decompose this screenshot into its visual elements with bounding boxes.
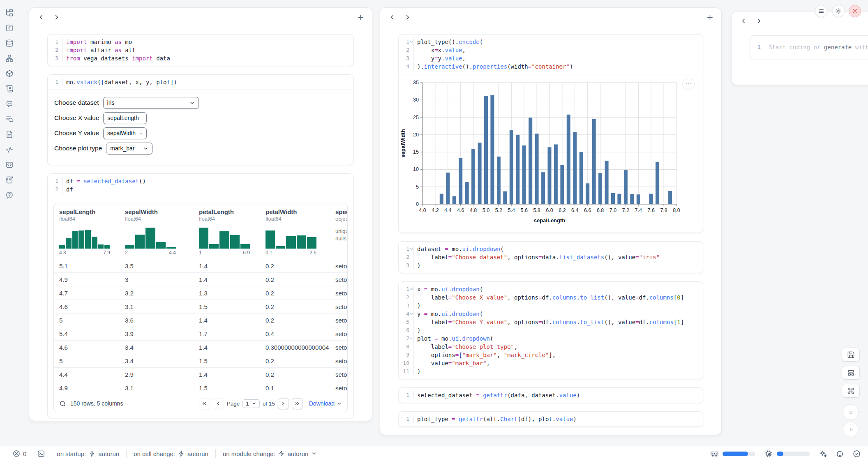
rail-code-block-icon[interactable] [5,161,14,169]
fold-arrow-icon[interactable] [409,38,413,46]
search-icon[interactable] [59,400,66,407]
code-line[interactable]: 1plot_type = getattr(alt.Chart(df), plot… [399,415,703,423]
terminal-button[interactable] [37,449,45,458]
table-row[interactable]: 53.41.50.2setosa [54,354,347,368]
code-editor[interactable]: 1plot_type().encode(2 x=x.value,3 y=y.va… [399,35,703,74]
code-line[interactable]: 3) [399,302,703,310]
code-line[interactable]: 2df [48,185,353,194]
download-button[interactable]: Download [309,400,342,407]
rail-dependency-graph-icon[interactable] [5,54,14,62]
fold-arrow-icon[interactable] [409,310,413,318]
next-column-icon[interactable] [53,14,60,21]
stop-kernel-button[interactable] [843,404,859,420]
page-select[interactable]: 1 [242,399,260,408]
ai-sparkles-icon[interactable] [819,449,827,458]
bot-icon[interactable] [836,449,844,458]
code-line[interactable]: 4).interactive().properties(width="conta… [399,62,703,71]
rail-document-icon[interactable] [5,130,14,138]
shutdown-button[interactable] [849,5,861,17]
add-cell-icon[interactable] [357,14,365,21]
code-line[interactable]: 1mo.vstack([dataset, x, y, plot]) [48,78,353,86]
code-line[interactable]: 3from vega_datasets import data [48,54,353,62]
code-editor[interactable]: 1x = mo.ui.dropdown(2 label="Choose X va… [399,282,703,379]
code-editor[interactable]: 1selected_dataset = getattr(data, datase… [399,388,703,403]
prev-column-icon[interactable] [37,14,45,21]
rail-chatbot-icon[interactable] [5,100,14,108]
rail-log-search-icon[interactable] [5,115,14,123]
y-value-select[interactable]: sepalWidth [103,127,147,139]
code-line[interactable]: 1import marimo as mo [48,38,353,46]
table-row[interactable]: 4.42.91.40.2setosa [54,368,347,381]
fold-arrow-icon[interactable] [409,245,413,253]
rail-package-icon[interactable] [5,69,14,78]
rail-scratchpad-icon[interactable] [5,176,14,184]
column-header-species[interactable]: speciesobjectunique:nulls: [330,208,347,256]
rail-script-icon[interactable] [5,85,14,93]
first-page-button[interactable] [199,398,210,409]
code-line[interactable]: 1df = selected_dataset() [48,177,353,185]
code-line[interactable]: 10 value="mark_bar", [399,359,703,367]
code-editor[interactable]: 1 Start coding or generate with [750,36,868,59]
code-line[interactable]: 2 label="Choose X value", options=df.col… [399,293,703,302]
code-editor[interactable]: 1mo.vstack([dataset, x, y, plot]) [48,75,353,90]
statusbar-config-1[interactable]: on cell change:autorun [134,450,208,457]
code-line[interactable]: 1selected_dataset = getattr(data, datase… [399,391,703,399]
table-row[interactable]: 4.63.41.40.30000000000000004setosa [54,341,347,354]
code-line[interactable]: 8 label="Choose plot type", [399,343,703,351]
code-line[interactable]: 6) [399,326,703,334]
code-editor[interactable]: 1df = selected_dataset()2df [48,174,353,197]
table-row[interactable]: 4.931.40.2setosa [54,273,347,286]
prev-column-icon[interactable] [740,17,747,25]
prev-column-icon[interactable] [388,14,396,21]
next-column-icon[interactable] [755,17,763,25]
code-line[interactable]: 1plot_type().encode( [399,38,703,46]
layout-button[interactable] [842,366,860,380]
code-line[interactable]: 7plot = mo.ui.dropdown( [399,334,703,343]
code-line[interactable]: 3) [399,261,703,270]
code-line[interactable]: 4y = mo.ui.dropdown( [399,310,703,318]
column-header-sepalWidth[interactable]: sepalWidthfloat6424.4 [120,208,194,256]
last-page-button[interactable] [292,398,303,409]
code-line[interactable]: 2 x=x.value, [399,46,703,54]
table-row[interactable]: 5.13.51.40.2setosa [54,259,347,273]
x-value-select[interactable]: sepalLength [103,112,147,124]
rail-activity-icon[interactable] [5,145,14,154]
code-line[interactable]: 2 label="Choose dataset", options=data.l… [399,253,703,261]
code-line[interactable]: 3 y=y.value, [399,54,703,62]
code-line[interactable]: 11) [399,367,703,376]
code-editor[interactable]: 1dataset = mo.ui.dropdown(2 label="Choos… [399,242,703,273]
code-line[interactable]: 9 options=["mark_bar", "mark_circle"], [399,351,703,359]
table-row[interactable]: 53.61.40.2setosa [54,313,347,327]
statusbar-config-0[interactable]: on startup:autorun [57,450,119,457]
save-button[interactable] [842,348,860,362]
dataset-select[interactable]: iris [103,97,199,109]
code-editor[interactable]: 1import marimo as mo2import altair as al… [48,35,353,66]
next-column-icon[interactable] [404,14,411,21]
code-line[interactable]: 2import altair as alt [48,46,353,54]
chart-menu-button[interactable] [682,78,695,90]
connection-status-icon[interactable] [852,449,861,458]
code-line[interactable]: 5 label="Choose Y value", options=df.col… [399,318,703,326]
table-row[interactable]: 5.43.91.70.4setosa [54,327,347,341]
table-row[interactable]: 4.63.11.50.2setosa [54,300,347,313]
table-row[interactable]: 4.93.11.50.1setosa [54,381,347,395]
settings-button[interactable] [832,5,845,17]
rail-functions-icon[interactable] [5,24,14,32]
plot-type-select[interactable]: mark_bar [106,143,152,154]
code-line[interactable]: 1dataset = mo.ui.dropdown( [399,245,703,253]
fold-arrow-icon[interactable] [409,334,413,343]
fold-arrow-icon[interactable] [409,285,413,293]
keyboard-shortcuts-button[interactable] [842,384,860,398]
rail-file-tree-icon[interactable] [5,9,14,17]
add-cell-icon[interactable] [706,14,714,21]
rail-help-icon[interactable] [5,191,14,199]
prev-page-button[interactable] [213,398,224,409]
notebook-menu-button[interactable] [815,5,827,17]
errors-indicator[interactable]: 0 [12,449,26,458]
rail-database-icon[interactable] [5,39,14,47]
column-header-petalWidth[interactable]: petalWidthfloat640.12.5 [260,208,330,256]
column-header-sepalLength[interactable]: sepalLengthfloat644.37.9 [54,208,120,256]
run-all-button[interactable] [843,422,859,437]
statusbar-config-2[interactable]: on module change:autorun [223,450,317,457]
code-line[interactable]: 1x = mo.ui.dropdown( [399,285,703,293]
